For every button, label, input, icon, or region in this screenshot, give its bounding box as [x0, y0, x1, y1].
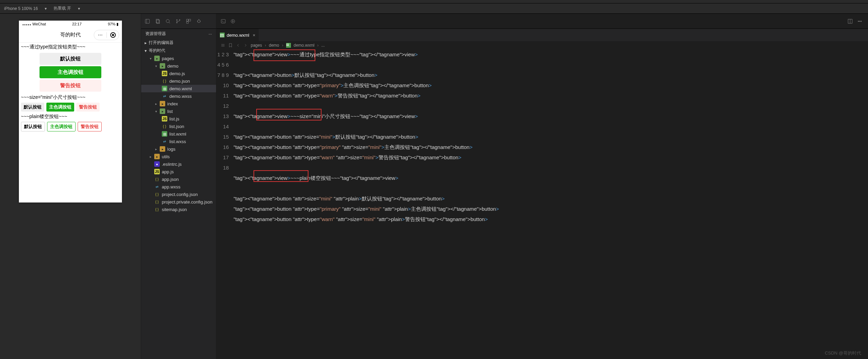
svg-marker-18: [233, 20, 234, 22]
warn-button[interactable]: 警告按钮: [40, 80, 101, 92]
clock-label: 22:17: [72, 22, 82, 26]
svg-point-23: [861, 21, 861, 22]
svg-point-21: [858, 21, 859, 22]
device-selector[interactable]: iPhone 5 100% 16: [4, 6, 38, 11]
crumb[interactable]: demo: [269, 43, 279, 48]
tree-file[interactable]: JSdemo.js: [141, 70, 216, 77]
files-icon[interactable]: [155, 19, 160, 24]
crumb: ...: [321, 43, 325, 48]
capsule-close-button[interactable]: [106, 32, 119, 38]
tree-folder-index[interactable]: ▸▸index: [141, 100, 216, 107]
section-label: ~~~通过type指定按钮类型~~~: [19, 43, 122, 51]
phone-frame: WeChat 22:17 97% ▮ 哥的时代 ··· ~~~通过type指定按…: [19, 21, 122, 202]
explorer-toolbar: [141, 14, 216, 29]
bug-icon[interactable]: [196, 19, 202, 24]
tree-folder-list[interactable]: ▾▸list: [141, 107, 216, 115]
tree-file[interactable]: { }list.json: [141, 123, 216, 130]
primary-button[interactable]: 主色调按钮: [40, 66, 101, 78]
tree-folder-demo[interactable]: ▾▸demo: [141, 62, 216, 70]
more-icon[interactable]: ···: [208, 32, 212, 36]
svg-point-22: [859, 21, 860, 22]
tree-folder-pages[interactable]: ▾▸pages: [141, 55, 216, 62]
close-icon[interactable]: ×: [253, 33, 256, 38]
capsule: ···: [94, 30, 119, 40]
svg-rect-9: [187, 19, 188, 21]
tree-file-active[interactable]: ▤demo.wxml: [141, 85, 216, 92]
line-gutter: 1 2 3 4 5 6 7 8 9 10 11 12 13 14 15 16 1…: [216, 49, 234, 359]
tree-file[interactable]: JSlist.js: [141, 115, 216, 123]
branch-icon[interactable]: [176, 19, 181, 24]
bookmark-icon[interactable]: [228, 43, 233, 48]
project-root-section[interactable]: ▾哥的时代: [141, 47, 216, 55]
plain-primary-button[interactable]: 主色调按钮: [47, 122, 76, 131]
tree-file[interactable]: JSapp.js: [141, 168, 216, 175]
tree-file[interactable]: { }project.config.json: [141, 190, 216, 198]
page-content: ~~~通过type指定按钮类型~~~ 默认按钮 主色调按钮 警告按钮 ~~~si…: [19, 43, 122, 202]
tab-demo-wxml[interactable]: ▤ demo.wxml ×: [216, 29, 259, 41]
svg-point-8: [179, 19, 180, 20]
editor-toolbar: [216, 14, 868, 29]
svg-point-7: [177, 22, 178, 23]
tab-row: ▤ demo.wxml ×: [216, 29, 868, 41]
explorer-header: 资源管理器 ···: [141, 29, 216, 39]
watermark: CSDN @哥的时代: [825, 350, 861, 356]
tree-file[interactable]: { }sitemap.json: [141, 206, 216, 213]
carrier-label: WeChat: [32, 22, 46, 26]
tree-file[interactable]: ▤list.wxml: [141, 130, 216, 138]
svg-rect-0: [145, 19, 149, 23]
plain-default-button[interactable]: 默认按钮: [21, 122, 45, 131]
svg-point-17: [231, 19, 235, 23]
svg-rect-3: [157, 20, 159, 24]
crumb[interactable]: pages: [251, 43, 262, 48]
mini-primary-button[interactable]: 主色调按钮: [46, 103, 74, 112]
extensions-icon[interactable]: [186, 19, 191, 24]
dropdown-caret[interactable]: ▾: [78, 6, 80, 11]
tree-file[interactable]: { }project.private.config.json: [141, 198, 216, 206]
tree-file[interactable]: { }demo.json: [141, 77, 216, 85]
list-icon[interactable]: [221, 43, 225, 48]
tree-folder-logs[interactable]: ▸▸logs: [141, 145, 216, 153]
svg-point-4: [166, 19, 169, 22]
file-tree: ▾▸pages ▾▸demo JSdemo.js { }demo.json ▤d…: [141, 55, 216, 213]
breadcrumb: pages› demo› ▤ demo.wxml› ...: [216, 41, 868, 49]
code-body[interactable]: "tag"><"tagname">view>~~~通过type指定按钮类型~~~…: [234, 49, 868, 359]
capsule-menu-button[interactable]: ···: [94, 32, 106, 38]
wxml-icon: ▤: [286, 43, 291, 48]
tree-folder-utils[interactable]: ▸▸utils: [141, 153, 216, 160]
svg-point-6: [177, 19, 178, 20]
tree-file[interactable]: { }app.json: [141, 175, 216, 183]
hot-reload-toggle[interactable]: 热重载 开: [54, 5, 71, 11]
terminal-icon[interactable]: [221, 19, 226, 24]
more-icon[interactable]: [857, 19, 863, 24]
tree-file[interactable]: ●.eslintrc.js: [141, 160, 216, 168]
phone-status-bar: WeChat 22:17 97% ▮: [19, 21, 122, 27]
mini-default-button[interactable]: 默认按钮: [21, 103, 44, 112]
phone-navbar: 哥的时代 ···: [19, 27, 122, 43]
dropdown-caret[interactable]: ▾: [45, 6, 47, 11]
mini-warn-button[interactable]: 警告按钮: [76, 103, 100, 112]
svg-rect-16: [221, 19, 225, 23]
svg-rect-10: [189, 19, 191, 21]
simulator-panel: WeChat 22:17 97% ▮ 哥的时代 ··· ~~~通过type指定按…: [0, 14, 141, 359]
file-explorer: 资源管理器 ··· ▸打开的编辑器 ▾哥的时代 ▾▸pages ▾▸demo J…: [141, 14, 216, 359]
open-editors-section[interactable]: ▸打开的编辑器: [141, 39, 216, 47]
forward-icon[interactable]: [243, 43, 248, 48]
tree-file[interactable]: ⇄demo.wxss: [141, 92, 216, 100]
sim-toolbar: iPhone 5 100% 16▾ 热重载 开▾: [0, 3, 868, 14]
crumb[interactable]: demo.wxml: [294, 43, 315, 48]
search-icon[interactable]: [165, 19, 171, 24]
section-label: ~~~plain镂空按钮~~~: [19, 112, 122, 121]
code-area[interactable]: 1 2 3 4 5 6 7 8 9 10 11 12 13 14 15 16 1…: [216, 49, 868, 359]
tab-label: demo.wxml: [227, 33, 249, 38]
tree-file[interactable]: ⇄app.wxss: [141, 183, 216, 190]
plain-warn-button[interactable]: 警告按钮: [78, 122, 102, 131]
split-icon[interactable]: [847, 19, 853, 24]
tree-file[interactable]: ⇄list.wxss: [141, 138, 216, 145]
default-button[interactable]: 默认按钮: [40, 53, 101, 65]
back-icon[interactable]: [236, 43, 240, 48]
section-label: ~~~size="mini"小尺寸按钮~~~: [19, 93, 122, 102]
sidebar-icon[interactable]: [145, 19, 150, 24]
debug-icon[interactable]: [230, 19, 236, 24]
app-menubar-placeholder: [0, 0, 868, 3]
svg-rect-11: [187, 21, 188, 23]
